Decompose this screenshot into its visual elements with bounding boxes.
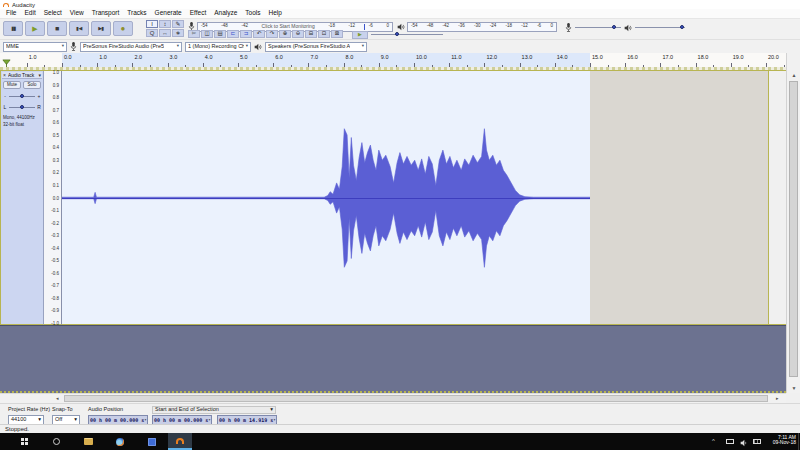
playback-device-select[interactable]: Speakers (PreSonus FireStudio A▾ bbox=[265, 42, 367, 52]
zoom-toggle-button[interactable]: ⊠ bbox=[331, 30, 343, 38]
scroll-down-icon[interactable]: ▼ bbox=[787, 386, 800, 391]
zoom-in-button[interactable]: ⊕ bbox=[279, 30, 291, 38]
menu-item-file[interactable]: File bbox=[2, 10, 20, 17]
copy-button[interactable]: ◫ bbox=[201, 30, 213, 38]
monitor-label[interactable]: Click to Start Monitoring bbox=[262, 24, 315, 29]
scroll-left-icon[interactable]: ◂ bbox=[56, 396, 59, 401]
keyboard-tray-icon[interactable] bbox=[753, 439, 761, 444]
timeline-label: 14.0 bbox=[557, 55, 568, 61]
track-menu-icon[interactable]: ▾ bbox=[38, 73, 41, 78]
menu-item-effect[interactable]: Effect bbox=[186, 10, 211, 17]
recording-channels-select[interactable]: 1 (Mono) Recording Chan▾ bbox=[185, 42, 251, 52]
zoom-selection-button[interactable]: ⊟ bbox=[305, 30, 317, 38]
file-explorer-button[interactable] bbox=[76, 433, 100, 450]
menu-item-tools[interactable]: Tools bbox=[241, 10, 264, 17]
timeline-label: 2.0 bbox=[134, 55, 142, 61]
menu-item-edit[interactable]: Edit bbox=[20, 10, 39, 17]
track-title[interactable]: Audio Track bbox=[8, 73, 37, 78]
time-shift-tool-button[interactable]: ↔ bbox=[159, 29, 171, 37]
app-button[interactable] bbox=[140, 433, 164, 450]
audacity-taskbar-button[interactable] bbox=[168, 433, 192, 450]
amplitude-label: -0.7 bbox=[51, 284, 59, 289]
zoom-out-button[interactable]: ⊖ bbox=[292, 30, 304, 38]
transport-skip-to-end-button[interactable]: ▶▮ bbox=[91, 21, 111, 36]
timeline-tick bbox=[185, 65, 186, 67]
browser-button[interactable] bbox=[108, 433, 132, 450]
undo-button[interactable]: ↶ bbox=[253, 30, 265, 38]
draw-tool-button[interactable]: ✎ bbox=[172, 20, 184, 28]
scrub-ruler[interactable] bbox=[0, 67, 786, 70]
slider-thumb[interactable] bbox=[20, 94, 24, 98]
stop-icon: ■ bbox=[55, 25, 59, 32]
timeline-tick bbox=[379, 63, 380, 67]
track-control-panel[interactable]: × Audio Track ▾ Mute Solo - + L R Mono, … bbox=[0, 71, 44, 325]
slider-thumb[interactable] bbox=[612, 25, 616, 29]
silence-audio-button[interactable]: ⊐ bbox=[240, 30, 252, 38]
meter-tick-label: 0 bbox=[386, 24, 389, 29]
zoom-fit-button[interactable]: ⊡ bbox=[318, 30, 330, 38]
selection-tool-button[interactable]: I bbox=[146, 20, 158, 28]
volume-tray-icon[interactable] bbox=[740, 439, 748, 447]
cortana-button[interactable] bbox=[44, 433, 68, 450]
transport-pause-button[interactable]: ▮▮ bbox=[3, 21, 23, 36]
redo-button[interactable]: ↷ bbox=[266, 30, 278, 38]
meter-tick-label: -12 bbox=[349, 24, 356, 29]
chevron-down-icon: ▾ bbox=[246, 44, 248, 49]
timeline-tick bbox=[132, 63, 133, 67]
transport-record-button[interactable]: ● bbox=[113, 21, 133, 36]
playback-volume-slider[interactable] bbox=[635, 23, 685, 32]
mute-button[interactable]: Mute bbox=[3, 81, 21, 89]
slider-thumb[interactable] bbox=[680, 25, 684, 29]
play-at-speed-button[interactable]: ▶ bbox=[352, 31, 368, 39]
timeline-tick bbox=[396, 65, 397, 67]
horizontal-scrollbar[interactable]: ◂ ▸ bbox=[0, 393, 786, 403]
amplitude-label: 0.2 bbox=[53, 171, 59, 176]
amplitude-label: -0.6 bbox=[51, 272, 59, 277]
play-speed-slider[interactable] bbox=[371, 30, 443, 39]
transport-skip-to-start-button[interactable]: ▮◀ bbox=[69, 21, 89, 36]
empty-track-area[interactable] bbox=[0, 325, 786, 393]
solo-button[interactable]: Solo bbox=[23, 81, 41, 89]
pan-slider[interactable]: L R bbox=[3, 103, 41, 112]
scroll-right-icon[interactable]: ▸ bbox=[776, 396, 779, 401]
timeline-ruler[interactable]: 1.00.01.02.03.04.05.06.07.08.09.010.011.… bbox=[0, 53, 786, 71]
menu-item-view[interactable]: View bbox=[66, 10, 88, 17]
meter-tick-label: -24 bbox=[490, 24, 497, 29]
waveform-area[interactable] bbox=[62, 71, 786, 325]
menu-item-analyze[interactable]: Analyze bbox=[210, 10, 241, 17]
vertical-scrollbar[interactable]: ▲ ▼ bbox=[786, 53, 800, 393]
menu-item-generate[interactable]: Generate bbox=[151, 10, 186, 17]
gain-slider[interactable]: - + bbox=[3, 92, 41, 101]
slider-thumb[interactable] bbox=[20, 105, 24, 109]
taskbar-clock[interactable]: 7:11 AM 09-Nov-18 bbox=[773, 435, 796, 445]
horizontal-scroll-thumb[interactable] bbox=[64, 395, 768, 402]
display-tray-icon[interactable] bbox=[726, 439, 734, 444]
vertical-scroll-thumb[interactable] bbox=[789, 81, 798, 377]
audio-host-select[interactable]: MME▾ bbox=[3, 42, 67, 52]
close-track-icon[interactable]: × bbox=[3, 73, 6, 78]
start-button[interactable] bbox=[12, 433, 36, 450]
scroll-up-icon[interactable]: ▲ bbox=[787, 73, 800, 78]
recording-device-select[interactable]: PreSonus FireStudio Audio (Pre5▾ bbox=[80, 42, 182, 52]
trim-audio-button[interactable]: ⊏ bbox=[227, 30, 239, 38]
multi-tool-button[interactable]: ∗ bbox=[172, 29, 184, 37]
snap-to-label: Snap-To bbox=[52, 407, 73, 413]
slider-thumb[interactable] bbox=[395, 32, 399, 36]
transport-play-button[interactable]: ▶ bbox=[25, 21, 45, 36]
menu-item-select[interactable]: Select bbox=[40, 10, 66, 17]
selection-format-select[interactable]: Start and End of Selection ▾ bbox=[152, 406, 276, 414]
recording-volume-slider[interactable] bbox=[575, 23, 621, 32]
timeline-tick bbox=[590, 63, 591, 67]
menu-item-transport[interactable]: Transport bbox=[88, 10, 124, 17]
tray-chevron-icon[interactable]: ^ bbox=[712, 438, 715, 444]
paste-button[interactable]: ▤ bbox=[214, 30, 226, 38]
menu-item-help[interactable]: Help bbox=[265, 10, 286, 17]
menu-item-tracks[interactable]: Tracks bbox=[123, 10, 150, 17]
transport-stop-button[interactable]: ■ bbox=[47, 21, 67, 36]
envelope-tool-button[interactable]: ↕ bbox=[159, 20, 171, 28]
timeline-tick bbox=[27, 63, 28, 67]
cut-button[interactable]: ✂ bbox=[188, 30, 200, 38]
zoom-tool-button[interactable]: Q bbox=[146, 29, 158, 37]
tools-toolbar: I↕✎Q↔∗ bbox=[146, 20, 185, 38]
timeline-tick bbox=[696, 63, 697, 67]
